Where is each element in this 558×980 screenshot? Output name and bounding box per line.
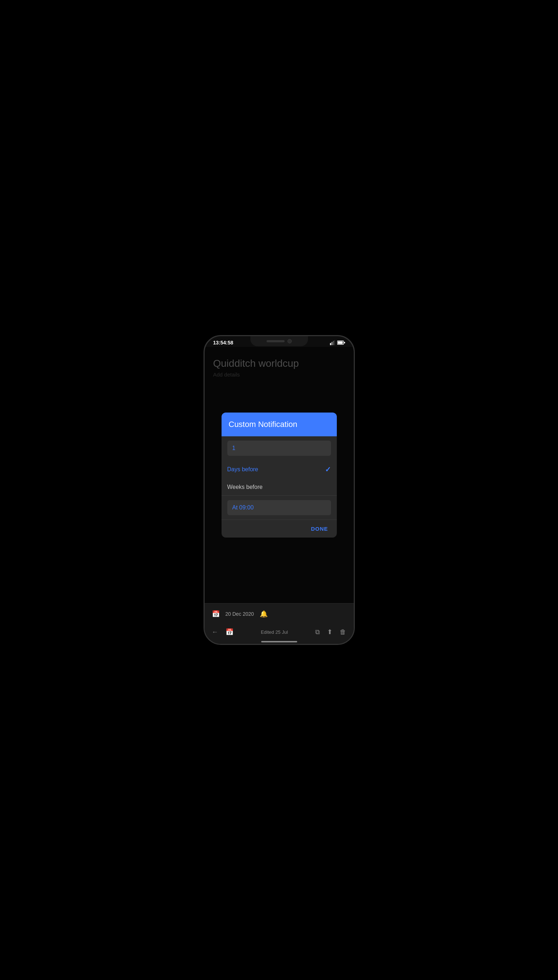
status-time: 13:54:58: [213, 340, 233, 346]
dialog-header: Custom Notification: [222, 412, 337, 436]
home-indicator-bar: [205, 638, 354, 644]
bell-icon: 🔔: [260, 610, 268, 618]
battery-icon: [337, 340, 345, 345]
date-text: 20 Dec 2020: [225, 611, 254, 617]
number-input-row[interactable]: [222, 436, 337, 460]
back-icon[interactable]: ←: [212, 628, 218, 636]
svg-rect-5: [338, 341, 343, 344]
svg-rect-3: [334, 340, 335, 345]
home-indicator: [261, 641, 297, 642]
done-button[interactable]: DONE: [308, 524, 331, 533]
delete-icon[interactable]: 🗑: [340, 628, 346, 636]
status-icons: [330, 340, 345, 345]
camera: [287, 339, 292, 343]
svg-rect-0: [330, 343, 331, 345]
nav-bar: ← 📅 Edited 25 Jul ⧉ ⬆ 🗑: [205, 624, 354, 638]
share-icon[interactable]: ⬆: [327, 628, 333, 636]
svg-rect-6: [344, 342, 345, 343]
dialog-footer: DONE: [222, 520, 337, 538]
svg-rect-1: [332, 342, 333, 345]
date-row: 📅 20 Dec 2020 🔔: [212, 608, 346, 620]
dialog-overlay: Custom Notification Days before ✓: [205, 347, 354, 603]
weeks-before-label: Weeks before: [227, 484, 263, 490]
weeks-before-option[interactable]: Weeks before: [222, 479, 337, 496]
dialog-body: Days before ✓ Weeks before: [222, 436, 337, 520]
calendar-icon: 📅: [212, 610, 220, 618]
svg-rect-2: [333, 341, 334, 345]
speaker: [267, 340, 285, 342]
notch: [250, 336, 308, 346]
power-button: [354, 397, 355, 423]
bottom-info-bar: 📅 20 Dec 2020 🔔: [205, 603, 354, 624]
calendar-nav-icon[interactable]: 📅: [225, 628, 233, 636]
copy-icon[interactable]: ⧉: [315, 628, 320, 636]
number-input[interactable]: [227, 441, 331, 456]
app-content: Quidditch worldcup Add details Custom No…: [205, 347, 354, 603]
days-before-label: Days before: [227, 466, 258, 473]
check-icon: ✓: [325, 465, 331, 474]
signal-icon: [330, 340, 335, 345]
custom-notification-dialog: Custom Notification Days before ✓: [222, 412, 337, 538]
edited-label: Edited 25 Jul: [261, 629, 288, 635]
time-input[interactable]: [227, 500, 331, 515]
dialog-title: Custom Notification: [229, 420, 330, 429]
days-before-option[interactable]: Days before ✓: [222, 460, 337, 479]
nav-right-icons: ⧉ ⬆ 🗑: [315, 628, 346, 636]
time-input-row[interactable]: [222, 496, 337, 520]
nav-left-icons: ← 📅: [212, 628, 233, 636]
phone-screen: 13:54:58 Quidditch worldcup Add details: [205, 336, 354, 644]
phone-frame: 13:54:58 Quidditch worldcup Add details: [204, 335, 355, 645]
